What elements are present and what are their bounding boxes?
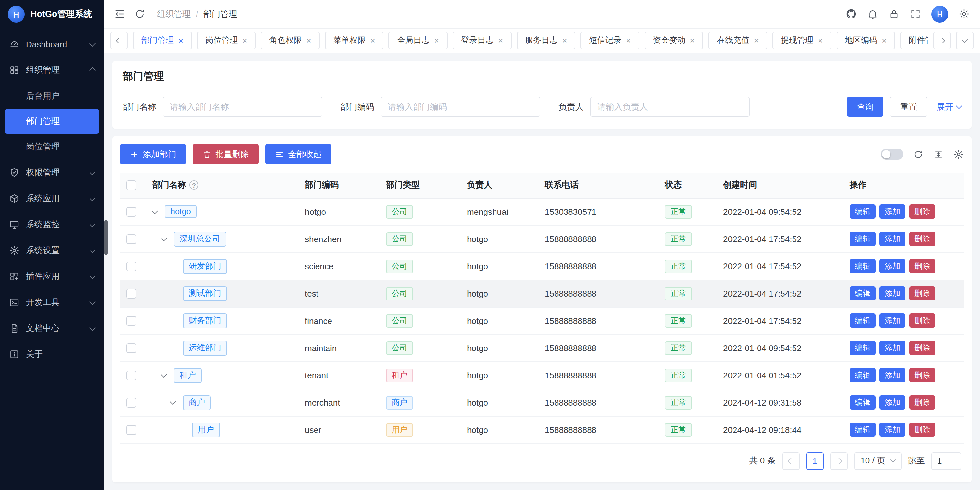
delete-button[interactable]: 删除 (909, 204, 935, 219)
tab[interactable]: 登录日志× (453, 32, 511, 49)
settings-icon[interactable] (959, 8, 970, 19)
tab-close-icon[interactable]: × (690, 36, 695, 45)
search-input[interactable] (381, 97, 540, 117)
edit-button[interactable]: 编辑 (850, 423, 876, 437)
batch-delete-button[interactable]: 批量删除 (192, 144, 259, 164)
collapse-all-button[interactable]: 全部收起 (265, 144, 331, 164)
add-button[interactable]: 添加 (880, 286, 905, 300)
select-all-checkbox[interactable] (126, 181, 136, 190)
density-icon[interactable] (933, 149, 944, 159)
add-button[interactable]: 添加 (880, 313, 905, 328)
avatar[interactable]: H (931, 5, 948, 22)
delete-button[interactable]: 删除 (909, 259, 935, 273)
add-button[interactable]: 添加 (880, 368, 905, 382)
breadcrumb-parent[interactable]: 组织管理 (157, 8, 191, 20)
row-checkbox[interactable] (126, 398, 136, 408)
edit-button[interactable]: 编辑 (850, 259, 876, 273)
tab[interactable]: 附件管理× (900, 32, 928, 49)
search-input[interactable] (590, 97, 750, 117)
edit-button[interactable]: 编辑 (850, 341, 876, 355)
tab-close-icon[interactable]: × (370, 36, 375, 45)
add-button[interactable]: 添加 (880, 232, 905, 246)
sidebar-item[interactable]: 开发工具 (0, 289, 104, 315)
department-name-chip[interactable]: 财务部门 (183, 313, 227, 328)
add-button[interactable]: 添加 (880, 395, 905, 410)
add-button[interactable]: 添加 (880, 423, 905, 437)
expand-chevron-icon[interactable] (151, 207, 158, 214)
search-input[interactable] (163, 97, 322, 117)
expand-link[interactable]: 展开 (937, 101, 961, 113)
delete-button[interactable]: 删除 (909, 313, 935, 328)
row-checkbox[interactable] (126, 262, 136, 271)
sidebar-item[interactable]: 系统监控 (0, 212, 104, 238)
sidebar-item[interactable]: 关于 (0, 342, 104, 367)
edit-button[interactable]: 编辑 (850, 395, 876, 410)
tab[interactable]: 在线充值× (709, 32, 767, 49)
expand-chevron-icon[interactable] (161, 235, 167, 241)
sidebar-item[interactable]: 组织管理 (0, 57, 104, 83)
department-name-chip[interactable]: 商户 (183, 395, 211, 410)
edit-button[interactable]: 编辑 (850, 313, 876, 328)
sidebar-item[interactable]: Dashboard (0, 31, 104, 57)
add-department-button[interactable]: 添加部门 (120, 144, 186, 164)
sidebar-subitem[interactable]: 部门管理 (5, 109, 99, 134)
fullscreen-icon[interactable] (910, 8, 921, 19)
tab-close-icon[interactable]: × (498, 36, 503, 45)
delete-button[interactable]: 删除 (909, 286, 935, 300)
row-checkbox[interactable] (126, 316, 136, 326)
sidebar-item[interactable]: 文档中心 (0, 315, 104, 342)
tab[interactable]: 菜单权限× (325, 32, 383, 49)
edit-button[interactable]: 编辑 (850, 286, 876, 300)
department-name-chip[interactable]: 租户 (174, 368, 202, 383)
sidebar-item[interactable]: 系统应用 (0, 186, 104, 212)
tabs-scroll-right-button[interactable] (933, 32, 951, 49)
tab-close-icon[interactable]: × (562, 36, 567, 45)
reload-table-icon[interactable] (913, 149, 924, 159)
row-checkbox[interactable] (126, 207, 136, 217)
tab-close-icon[interactable]: × (882, 36, 887, 45)
query-button[interactable]: 查询 (847, 97, 883, 117)
current-page-button[interactable]: 1 (806, 452, 823, 469)
bell-icon[interactable] (867, 8, 878, 19)
lock-icon[interactable] (889, 8, 900, 19)
row-checkbox[interactable] (126, 234, 136, 244)
tab[interactable]: 提现管理× (772, 32, 831, 49)
add-button[interactable]: 添加 (880, 259, 905, 273)
department-name-chip[interactable]: 研发部门 (183, 259, 227, 274)
add-button[interactable]: 添加 (880, 204, 905, 219)
tab[interactable]: 服务日志× (517, 32, 575, 49)
tab[interactable]: 部门管理× (133, 32, 192, 49)
page-size-select[interactable]: 10 / 页 (854, 452, 902, 469)
tab[interactable]: 全局日志× (389, 32, 447, 49)
expand-chevron-icon[interactable] (161, 371, 167, 377)
tab-close-icon[interactable]: × (306, 36, 311, 45)
sidebar-item[interactable]: 系统设置 (0, 238, 104, 263)
next-page-button[interactable] (830, 452, 847, 469)
department-name-chip[interactable]: hotgo (165, 205, 197, 218)
table-settings-icon[interactable] (953, 149, 964, 159)
tab-close-icon[interactable]: × (178, 36, 183, 45)
department-name-chip[interactable]: 用户 (192, 422, 220, 437)
tabs-scroll-left-button[interactable] (110, 32, 128, 49)
edit-button[interactable]: 编辑 (850, 204, 876, 219)
delete-button[interactable]: 删除 (909, 368, 935, 382)
sidebar-item[interactable]: 权限管理 (0, 160, 104, 186)
tab-close-icon[interactable]: × (754, 36, 759, 45)
refresh-icon[interactable] (134, 8, 145, 19)
row-checkbox[interactable] (126, 343, 136, 353)
table-toggle-switch[interactable] (881, 148, 904, 160)
tab-close-icon[interactable]: × (818, 36, 823, 45)
row-checkbox[interactable] (126, 370, 136, 380)
collapse-menu-icon[interactable] (114, 8, 125, 19)
github-icon[interactable] (846, 8, 857, 19)
tab[interactable]: 资金变动× (645, 32, 703, 49)
jump-input[interactable] (931, 452, 961, 469)
delete-button[interactable]: 删除 (909, 232, 935, 246)
add-button[interactable]: 添加 (880, 341, 905, 355)
row-checkbox[interactable] (126, 425, 136, 435)
expand-chevron-icon[interactable] (170, 398, 176, 405)
edit-button[interactable]: 编辑 (850, 232, 876, 246)
scrollbar-thumb[interactable] (104, 220, 108, 255)
tab[interactable]: 短信记录× (581, 32, 639, 49)
department-name-chip[interactable]: 深圳总公司 (174, 231, 226, 246)
